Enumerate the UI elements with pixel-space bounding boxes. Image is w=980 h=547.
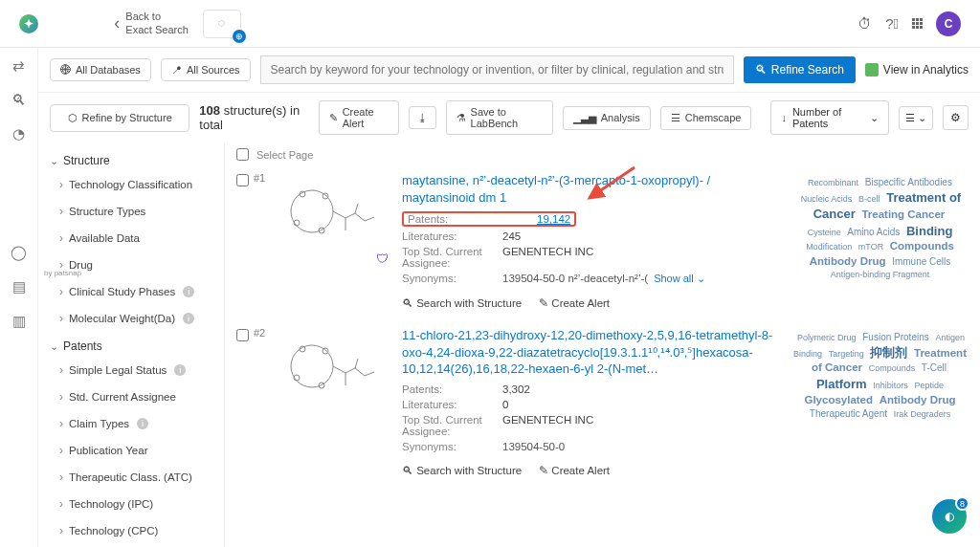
sidebar-section-patents[interactable]: Patents [50, 332, 212, 357]
back-line1: Back to [125, 11, 188, 23]
shield-icon: 🛡︎ [376, 252, 389, 266]
select-page-row: Select Page [236, 148, 969, 161]
sidebar-item[interactable]: Technology (IPC) [50, 491, 212, 517]
result-item: #211-chloro-21,23-dihydroxy-12,20-dimeth… [236, 321, 969, 489]
structure-thumbnail[interactable]: ⬡ ⊕ [203, 10, 241, 38]
info-icon: i [183, 313, 194, 324]
rail-globe-icon[interactable]: ◯ [11, 244, 27, 261]
filter-row-2: ⬡ Refine by Structure 108 structure(s) i… [38, 93, 980, 142]
chemscape-button[interactable]: ☰ Chemscape [660, 106, 752, 130]
info-icon: i [183, 286, 194, 297]
pin-icon: 📍︎ [171, 64, 182, 76]
patents-count-link[interactable]: 19,142 [537, 213, 570, 225]
structure-thumbnail[interactable]: 🛡︎ [280, 172, 390, 268]
chemscape-icon: ☰ [671, 112, 680, 124]
all-sources-chip[interactable]: 📍︎ All Sources [161, 58, 251, 81]
analysis-button[interactable]: ▁▃▅ Analysis [563, 106, 651, 130]
topbar-icons: ⏱ ?⃝ C [858, 11, 961, 36]
logo-icon: ✦ [19, 14, 38, 33]
result-item: #1🛡︎maytansine, n²’-deacetyl-n²’-(3-merc… [236, 166, 969, 321]
sidebar-item[interactable]: Technology (CPC) [50, 517, 212, 544]
result-title[interactable]: 11-chloro-21,23-dihydroxy-12,20-dimethox… [402, 327, 780, 378]
search-with-structure-link[interactable]: 🔍︎ Search with Structure [402, 296, 522, 310]
download-icon: ⭳ [417, 112, 428, 123]
structure-thumb-placeholder: ⬡ [218, 19, 225, 28]
rail-collapse-icon[interactable]: ⇄ [12, 57, 25, 75]
sidebar-item[interactable]: Simple Legal Statusi [50, 357, 212, 383]
tag-cloud: Polymeric Drug Fusion Proteins Antigen B… [791, 327, 969, 477]
settings-button[interactable]: ⚙︎ [943, 105, 969, 130]
result-count: 108 structure(s) in total [199, 103, 308, 132]
result-index: #2 [254, 327, 265, 339]
refine-search-label: Refine Search [771, 63, 844, 77]
rail-search-icon[interactable]: 🔍︎ [11, 92, 26, 108]
sidebar-item[interactable]: Std. Current Assignee [50, 383, 212, 410]
save-labbench-button[interactable]: ⚗︎ Save to LabBench [446, 100, 553, 135]
sidebar-item[interactable]: Structure Types [50, 198, 212, 225]
sidebar-item[interactable]: Publication Year [50, 437, 212, 464]
refine-search-button[interactable]: 🔍︎ Refine Search [744, 56, 856, 83]
search-with-structure-link[interactable]: 🔍︎ Search with Structure [402, 464, 522, 477]
back-line2: Exact Search [125, 24, 188, 36]
result-checkbox[interactable] [236, 174, 249, 186]
create-alert-link[interactable]: ✎ Create Alert [539, 296, 610, 310]
tag-cloud: Recombinant Bispecific Antibodies Nuclei… [791, 172, 969, 310]
list-view-icon: ☰ [905, 112, 915, 124]
topbar: ✦ Chemical by patsnap ‹ Back to Exact Se… [0, 0, 980, 48]
search-input[interactable] [260, 55, 734, 84]
info-icon: i [137, 418, 148, 429]
apps-grid-icon[interactable] [912, 18, 923, 29]
result-checkbox[interactable] [236, 329, 249, 341]
alert-icon: ✎ [329, 112, 338, 124]
timer-icon[interactable]: ⏱ [858, 15, 872, 32]
view-analytics-link[interactable]: View in Analytics [865, 63, 969, 77]
hexagon-icon: ⬡ [68, 112, 78, 124]
globe-icon: 🌐︎ [60, 64, 71, 76]
create-alert-button[interactable]: ✎ Create Alert [319, 100, 399, 135]
sidebar-item[interactable]: Therapeutic Class. (ATC) [50, 464, 212, 491]
create-alert-link[interactable]: ✎ Create Alert [539, 464, 610, 477]
result-index: #1 [254, 172, 265, 184]
gear-icon: ⚙︎ [950, 111, 961, 124]
all-databases-chip[interactable]: 🌐︎ All Databases [50, 58, 151, 81]
sidebar-item[interactable]: Clinical Study Phasesi [50, 278, 212, 305]
count-number: 108 [199, 103, 220, 118]
rail-pie-icon[interactable]: ◔ [12, 125, 25, 142]
rail-doc-icon[interactable]: ▥ [12, 313, 26, 330]
result-title[interactable]: maytansine, n²’-deacetyl-n²’-(3-mercapto… [402, 172, 780, 206]
info-icon: i [174, 364, 186, 376]
select-page-checkbox[interactable] [236, 148, 249, 161]
view-analytics-label: View in Analytics [883, 63, 969, 77]
sort-icon: ↓ [781, 112, 787, 123]
chevron-left-icon: ‹ [114, 13, 120, 33]
all-sources-label: All Sources [187, 64, 240, 76]
view-toggle[interactable]: ☰⌄ [899, 106, 933, 130]
sidebar-item[interactable]: Available Data [50, 225, 212, 252]
analytics-icon [865, 63, 879, 77]
left-rail: ⇄ 🔍︎ ◔ ◯ ▤ ▥ [0, 48, 38, 547]
chart-icon: ▁▃▅ [573, 112, 596, 124]
rail-stack-icon[interactable]: ▤ [12, 278, 26, 295]
help-icon[interactable]: ?⃝ [885, 15, 899, 32]
sidebar-item[interactable]: Molecular Weight(Da)i [50, 305, 212, 332]
sidebar-item[interactable]: Drug [50, 252, 212, 278]
refine-structure-label: Refine by Structure [82, 112, 172, 123]
refine-by-structure-button[interactable]: ⬡ Refine by Structure [50, 104, 189, 132]
structure-thumbnail[interactable] [280, 327, 390, 423]
download-button[interactable]: ⭳ [409, 106, 436, 129]
results-panel: Select Page #1🛡︎maytansine, n²’-deacetyl… [225, 142, 980, 547]
sidebar-item[interactable]: Technology Classification [50, 171, 212, 198]
chat-widget[interactable]: ◐ 8 [932, 499, 967, 534]
select-page-label: Select Page [256, 149, 313, 161]
chevron-down-icon: ⌄ [870, 112, 879, 124]
sidebar-item[interactable]: Claim Typesi [50, 410, 212, 437]
avatar[interactable]: C [936, 11, 961, 36]
sort-dropdown[interactable]: ↓ Number of Patents ⌄ [770, 100, 889, 135]
all-databases-label: All Databases [76, 64, 141, 76]
filter-sidebar: Structure Technology ClassificationStruc… [38, 142, 225, 547]
flask-icon: ⚗︎ [457, 112, 466, 124]
back-button[interactable]: ‹ Back to Exact Search [114, 11, 188, 35]
sidebar-section-structure[interactable]: Structure [50, 146, 212, 171]
zoom-icon[interactable]: ⊕ [233, 30, 246, 43]
show-all-link[interactable]: Show all ⌄ [654, 273, 705, 285]
